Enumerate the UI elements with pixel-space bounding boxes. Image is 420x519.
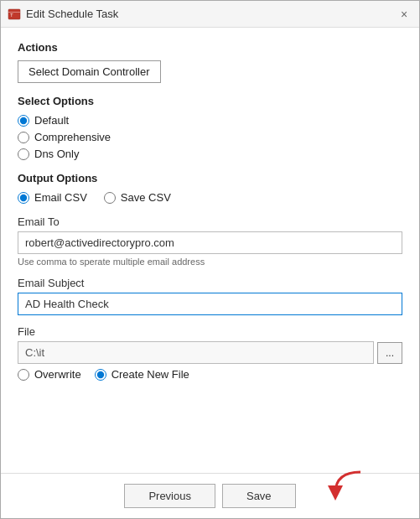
option-dns-only[interactable]: Dns Only [18,148,402,160]
file-input-row: ... [18,341,402,364]
email-to-label: Email To [18,215,402,228]
option-dns-only-label: Dns Only [34,148,79,160]
previous-button[interactable]: Previous [124,484,215,508]
select-options-label: Select Options [18,95,402,107]
email-subject-label: Email Subject [18,277,402,289]
output-options-label: Output Options [18,172,402,184]
title-bar: T Edit Schedule Task × [1,1,419,28]
actions-label: Actions [18,41,402,54]
option-comprehensive-label: Comprehensive [34,131,111,143]
option-default[interactable]: Default [18,114,402,127]
output-email-csv[interactable]: Email CSV [18,191,87,204]
arrow-hint [327,468,369,501]
svg-text:T: T [10,13,13,18]
content-area: Actions Select Domain Controller Select … [1,28,419,473]
file-path-input[interactable] [18,341,374,364]
actions-section: Actions Select Domain Controller [18,41,402,83]
select-options-radio-group: Default Comprehensive Dns Only [18,114,402,160]
file-label: File [18,325,402,338]
overwrite-label: Overwrite [34,368,81,381]
footer: Previous Save [1,473,419,518]
close-button[interactable]: × [396,6,412,23]
email-to-hint: Use comma to sperate multiple email addr… [18,257,402,267]
browse-button[interactable]: ... [377,342,402,364]
arrow-icon [327,468,369,501]
email-subject-input[interactable] [18,293,402,315]
overwrite-option[interactable]: Overwrite [18,368,81,381]
email-subject-section: Email Subject [18,277,402,315]
window-title: Edit Schedule Task [26,8,118,20]
create-new-file-option[interactable]: Create New File [95,368,189,381]
overwrite-options-row: Overwrite Create New File [18,368,402,381]
select-domain-controller-button[interactable]: Select Domain Controller [18,60,161,83]
save-button[interactable]: Save [222,484,296,508]
output-options-section: Output Options Email CSV Save CSV [18,172,402,204]
output-save-csv[interactable]: Save CSV [104,191,171,204]
output-email-csv-label: Email CSV [34,191,87,204]
option-comprehensive[interactable]: Comprehensive [18,131,402,143]
create-new-file-label: Create New File [111,368,189,381]
app-icon: T [8,8,21,21]
email-to-input[interactable] [18,231,402,254]
output-options-radio-group: Email CSV Save CSV [18,191,402,204]
option-default-label: Default [34,114,69,127]
title-bar-left: T Edit Schedule Task [8,8,118,21]
email-to-section: Email To Use comma to sperate multiple e… [18,215,402,267]
select-options-section: Select Options Default Comprehensive Dns… [18,95,402,160]
edit-schedule-task-window: T Edit Schedule Task × Actions Select Do… [0,0,420,519]
output-save-csv-label: Save CSV [121,191,171,204]
file-section: File ... Overwrite Create New File [18,325,402,381]
